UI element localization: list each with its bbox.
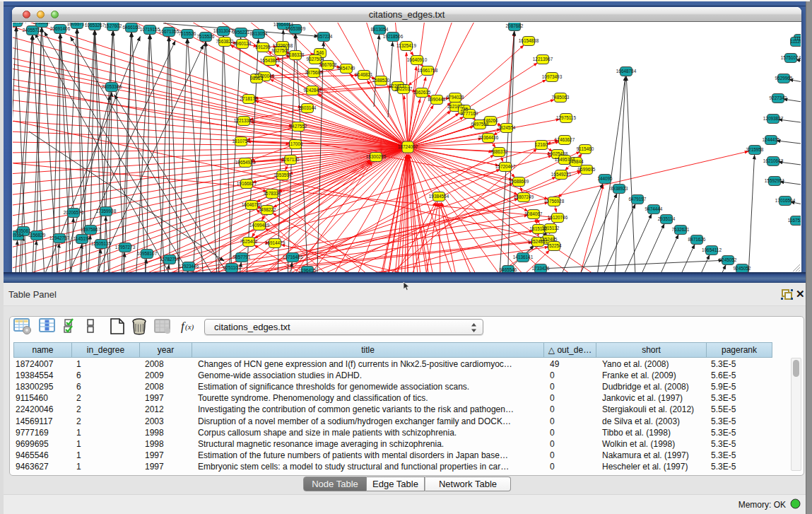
svg-text:16549231: 16549231 [551,172,572,177]
svg-text:19166827: 19166827 [237,181,257,186]
svg-text:2867608: 2867608 [319,62,337,67]
svg-text:7485063: 7485063 [552,95,570,100]
svg-text:16648784: 16648784 [616,69,637,74]
svg-text:8186328: 8186328 [287,52,305,57]
svg-text:9245052: 9245052 [734,266,751,271]
svg-text:19218506: 19218506 [383,34,404,39]
svg-text:18300295: 18300295 [366,154,387,159]
svg-text:1244415: 1244415 [763,137,780,142]
svg-text:9227342: 9227342 [770,95,787,100]
svg-text:10654112: 10654112 [702,247,722,252]
svg-text:39154: 39154 [13,233,24,238]
svg-text:7632621: 7632621 [672,227,690,232]
svg-text:16961758: 16961758 [418,68,438,73]
svg-text:1588520: 1588520 [372,78,390,83]
svg-text:1815132: 1815132 [530,226,548,231]
svg-text:9474444: 9474444 [645,206,663,211]
svg-text:16640910: 16640910 [407,57,428,62]
svg-text:14136141: 14136141 [513,255,534,259]
svg-text:12093827: 12093827 [763,116,784,121]
svg-text:3875685: 3875685 [305,70,323,75]
svg-text:8813054: 8813054 [371,27,389,32]
svg-text:12942757: 12942757 [49,235,70,240]
svg-text:8960124: 8960124 [234,41,252,46]
svg-text:19716485: 19716485 [283,255,303,259]
svg-text:10653267: 10653267 [85,23,105,28]
svg-text:24055724: 24055724 [23,28,43,33]
svg-text:144095: 144095 [597,176,613,181]
svg-text:20537514: 20537514 [13,23,27,24]
svg-text:14099489: 14099489 [249,223,270,228]
svg-text:7886372: 7886372 [490,149,508,154]
svg-text:8813054: 8813054 [250,31,268,36]
svg-text:17463627: 17463627 [555,137,575,142]
svg-text:117006: 117006 [288,141,303,146]
svg-text:2718176: 2718176 [240,96,258,101]
svg-text:20206576: 20206576 [64,210,84,215]
svg-text:7625402: 7625402 [240,239,258,244]
svg-text:2935114: 2935114 [658,216,676,221]
svg-text:9242848: 9242848 [304,88,322,93]
svg-text:13524851: 13524851 [528,239,548,244]
svg-text:1810754: 1810754 [233,139,250,144]
svg-text:17016504: 17016504 [775,198,796,203]
svg-text:6466160: 6466160 [123,25,141,30]
svg-text:8427552: 8427552 [290,124,307,129]
svg-text:546: 546 [317,50,324,55]
svg-text:9699695: 9699695 [578,167,596,172]
svg-text:1527602: 1527602 [105,23,122,28]
svg-text:2803144: 2803144 [299,105,317,110]
svg-text:16914479: 16914479 [265,240,286,245]
svg-text:10973493: 10973493 [542,74,563,79]
svg-text:9115460: 9115460 [577,146,594,151]
svg-text:3498222: 3498222 [259,207,276,212]
svg-text:15720407: 15720407 [495,164,516,169]
svg-text:18807249: 18807249 [514,194,534,199]
svg-text:16046788: 16046788 [242,202,262,207]
svg-text:7515526: 7515526 [179,31,196,36]
svg-text:9251101: 9251101 [223,265,241,270]
svg-text:12160: 12160 [535,142,548,147]
svg-text:9777169: 9777169 [461,111,478,116]
svg-text:12213967: 12213967 [533,57,553,62]
svg-text:349844: 349844 [568,159,584,164]
svg-text:1156829: 1156829 [28,233,46,238]
svg-text:16120746: 16120746 [548,215,568,220]
svg-text:1145194: 1145194 [73,236,91,241]
svg-text:16210643: 16210643 [763,158,784,163]
svg-text:252254: 252254 [546,243,562,248]
svg-text:7357224: 7357224 [315,34,333,39]
svg-text:3267130: 3267130 [282,157,300,162]
svg-text:10653809: 10653809 [286,26,306,31]
svg-text:12923446: 12923446 [179,264,199,269]
svg-text:3578334: 3578334 [264,191,281,196]
svg-text:9956221: 9956221 [233,30,250,35]
svg-text:9146821: 9146821 [355,72,373,77]
svg-text:16671355: 16671355 [159,29,180,34]
svg-text:17957273: 17957273 [115,245,136,250]
svg-text:12975115: 12975115 [556,115,576,120]
svg-text:2087682: 2087682 [506,23,524,28]
svg-text:1733426: 1733426 [532,266,550,271]
svg-text:891295: 891295 [255,45,271,49]
svg-text:9327504: 9327504 [307,57,324,62]
svg-text:8990448: 8990448 [428,97,446,102]
svg-text:9529965: 9529965 [775,76,793,81]
svg-text:3824554: 3824554 [498,125,516,130]
svg-text:11120: 11120 [791,39,801,44]
svg-text:3822037: 3822037 [395,86,413,91]
svg-text:16782759: 16782759 [160,257,180,262]
svg-text:6794028: 6794028 [447,95,464,100]
svg-text:20364436: 20364436 [478,135,499,140]
svg-text:6479197: 6479197 [629,197,647,201]
svg-text:11325419: 11325419 [396,43,416,48]
svg-text:10719155: 10719155 [140,27,160,32]
svg-text:10958107: 10958107 [137,251,158,256]
svg-text:98961: 98961 [250,76,263,81]
svg-text:7663822: 7663822 [216,39,234,44]
svg-text:18313041: 18313041 [213,28,234,33]
svg-text:9857791: 9857791 [233,255,251,259]
svg-text:15592951: 15592951 [765,178,785,183]
svg-text:10688609: 10688609 [509,179,529,184]
svg-text:12505135: 12505135 [91,241,112,246]
